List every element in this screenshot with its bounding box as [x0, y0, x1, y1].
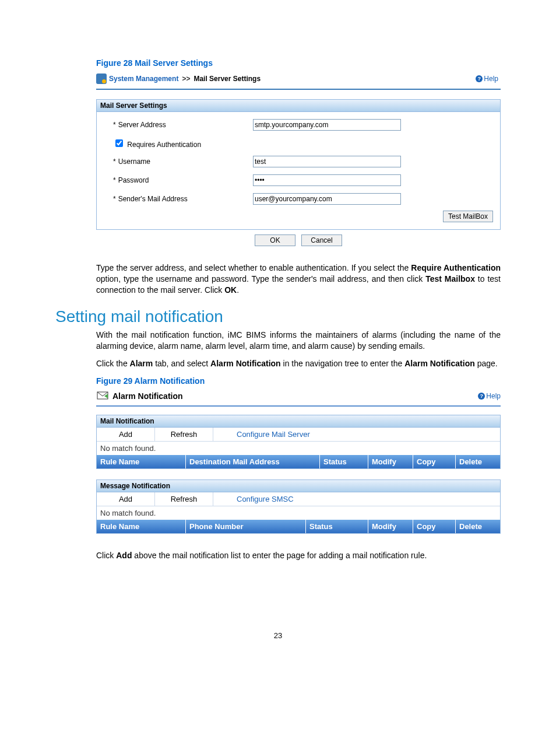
server-address-label: *Server Address	[113, 121, 253, 129]
breadcrumb-system-management[interactable]: System Management	[109, 75, 178, 83]
server-address-input[interactable]	[253, 119, 401, 131]
col-destination-mail: Destination Mail Address	[186, 455, 320, 468]
figure-28-header: System Management >> Mail Server Setting…	[96, 72, 501, 90]
document-page: Figure 28 Mail Server Settings System Ma…	[0, 0, 556, 663]
cancel-button[interactable]: Cancel	[301, 235, 342, 246]
mail-notification-panel: Mail Notification Add Refresh Configure …	[96, 415, 501, 469]
breadcrumb-current: Mail Server Settings	[193, 75, 261, 83]
sender-input[interactable]	[253, 193, 401, 205]
password-input[interactable]	[253, 174, 401, 186]
col-status: Status	[306, 520, 368, 533]
msg-grid-header: Rule Name Phone Number Status Modify Cop…	[97, 520, 500, 533]
test-mailbox-button[interactable]: Test MailBox	[443, 211, 493, 222]
mail-server-settings-panel: Mail Server Settings *Server Address Req…	[96, 99, 501, 230]
col-rule-name: Rule Name	[97, 520, 186, 533]
figure-28-caption: Figure 28 Mail Server Settings	[96, 58, 501, 68]
col-status: Status	[320, 455, 368, 468]
help-link[interactable]: ? Help	[476, 75, 498, 83]
page-number: 23	[55, 631, 501, 640]
help-icon: ?	[476, 75, 483, 82]
col-modify: Modify	[368, 520, 413, 533]
col-phone-number: Phone Number	[186, 520, 306, 533]
help-label: Help	[484, 75, 498, 83]
username-label: *Username	[113, 158, 253, 166]
msg-add-button[interactable]: Add	[97, 492, 155, 506]
col-modify: Modify	[368, 455, 413, 468]
section-heading: Setting mail notification	[55, 307, 501, 326]
col-copy: Copy	[413, 520, 456, 533]
col-copy: Copy	[413, 455, 456, 468]
requires-auth-label: Requires Authentication	[113, 138, 201, 149]
figure-29: Figure 29 Alarm Notification Alarm Notif…	[96, 376, 501, 534]
sender-label: *Sender's Mail Address	[113, 195, 253, 203]
help-label: Help	[486, 392, 501, 400]
configure-smsc-link[interactable]: Configure SMSC	[213, 495, 294, 503]
username-input[interactable]	[253, 156, 401, 167]
message-notification-panel: Message Notification Add Refresh Configu…	[96, 480, 501, 534]
password-label: *Password	[113, 176, 253, 184]
figure-28: System Management >> Mail Server Setting…	[96, 72, 501, 246]
mail-refresh-button[interactable]: Refresh	[155, 428, 213, 441]
mail-notification-title: Mail Notification	[97, 415, 500, 428]
message-notification-title: Message Notification	[97, 480, 500, 492]
help-link-29[interactable]: ? Help	[478, 392, 501, 400]
paragraph-4: Click Add above the mail notification li…	[55, 550, 501, 561]
col-rule-name: Rule Name	[97, 455, 186, 468]
mail-add-button[interactable]: Add	[97, 428, 155, 441]
system-management-icon	[96, 74, 107, 84]
configure-mail-server-link[interactable]: Configure Mail Server	[213, 430, 310, 439]
col-delete: Delete	[456, 455, 500, 468]
msg-no-match: No match found.	[97, 506, 500, 520]
figure-29-caption: Figure 29 Alarm Notification	[96, 376, 501, 386]
paragraph-2: With the mail notification function, iMC…	[55, 330, 501, 352]
help-icon: ?	[478, 393, 485, 400]
paragraph-3: Click the Alarm tab, and select Alarm No…	[55, 358, 501, 369]
mail-no-match: No match found.	[97, 442, 500, 455]
alarm-notification-title: Alarm Notification	[112, 391, 183, 401]
paragraph-1: Type the server address, and select whet…	[55, 262, 501, 296]
ok-button[interactable]: OK	[255, 235, 295, 246]
requires-auth-checkbox[interactable]	[115, 139, 123, 147]
mail-grid-header: Rule Name Destination Mail Address Statu…	[97, 455, 500, 468]
col-delete: Delete	[456, 520, 500, 533]
panel-title: Mail Server Settings	[97, 100, 500, 112]
msg-refresh-button[interactable]: Refresh	[155, 492, 213, 506]
breadcrumb-separator: >>	[182, 75, 190, 83]
alarm-notification-icon	[96, 390, 109, 402]
